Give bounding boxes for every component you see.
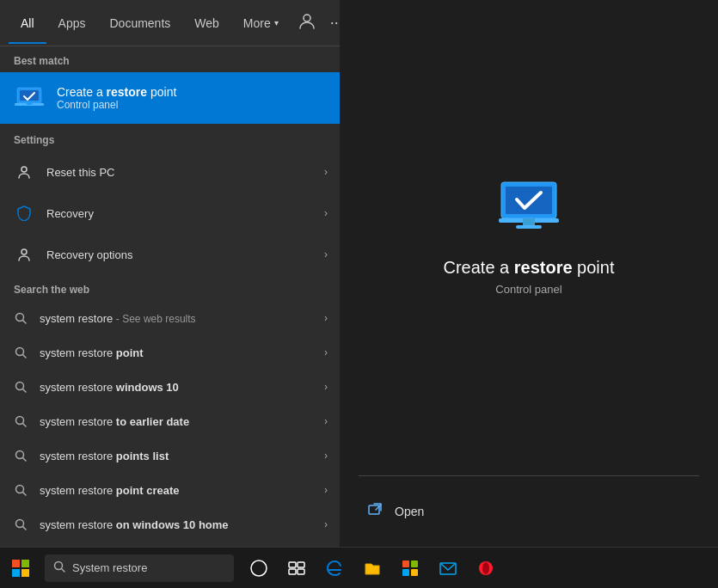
mail-icon[interactable]	[430, 550, 466, 586]
chevron-right-icon: ›	[324, 166, 328, 178]
svg-rect-43	[411, 569, 418, 576]
web-item-text-3: system restore to earlier date	[40, 415, 324, 428]
svg-rect-38	[289, 569, 296, 574]
open-action[interactable]: Open	[357, 493, 701, 530]
search-icon	[12, 378, 29, 395]
best-match-text: Create a restore point Control panel	[57, 85, 176, 111]
start-menu: All Apps Documents Web More ▾ ···	[0, 0, 718, 547]
cortana-icon[interactable]	[241, 550, 277, 586]
setting-recovery[interactable]: Recovery ›	[0, 193, 340, 234]
taskbar-search-box[interactable]: System restore	[45, 554, 234, 582]
svg-rect-32	[21, 569, 29, 577]
chevron-right-icon: ›	[324, 207, 328, 219]
svg-line-11	[23, 389, 27, 393]
svg-line-7	[23, 321, 27, 324]
svg-point-35	[251, 560, 267, 576]
app-icon-large	[494, 172, 563, 241]
svg-rect-27	[369, 505, 379, 514]
chevron-right-icon: ›	[324, 381, 328, 393]
search-icon	[12, 447, 29, 464]
results-list: Best match Create a restore point C	[0, 46, 340, 547]
shield-icon	[12, 201, 36, 225]
web-item-6[interactable]: system restore on windows 10 home ›	[0, 507, 340, 542]
tabs-bar: All Apps Documents Web More ▾ ···	[0, 0, 340, 46]
taskbar-icons	[241, 550, 504, 586]
svg-rect-36	[289, 562, 296, 567]
search-web-label: Search the web	[0, 275, 340, 301]
right-actions: Open	[340, 485, 718, 547]
task-view-icon[interactable]	[279, 550, 315, 586]
right-panel: Create a restore point Control panel Ope…	[340, 0, 718, 547]
chevron-right-icon: ›	[324, 248, 328, 260]
right-panel-subtitle: Control panel	[495, 283, 562, 296]
tab-documents[interactable]: Documents	[97, 3, 182, 44]
web-item-0[interactable]: system restore - See web results ›	[0, 301, 340, 335]
web-item-3[interactable]: system restore to earlier date ›	[0, 404, 340, 438]
web-item-text-2: system restore windows 10	[40, 381, 324, 394]
svg-rect-37	[298, 562, 304, 567]
web-item-4[interactable]: system restore points list ›	[0, 438, 340, 473]
chevron-right-icon: ›	[324, 346, 328, 358]
chevron-right-icon: ›	[324, 415, 328, 427]
tab-apps[interactable]: Apps	[46, 3, 98, 44]
file-explorer-icon[interactable]	[354, 550, 390, 586]
setting-recovery-options[interactable]: Recovery options ›	[0, 234, 340, 275]
best-match-item[interactable]: Create a restore point Control panel	[0, 72, 340, 124]
web-item-text-5: system restore point create	[40, 484, 324, 497]
recovery-text: Recovery	[46, 207, 324, 220]
svg-rect-30	[21, 560, 29, 567]
reset-pc-text: Reset this PC	[46, 166, 324, 179]
chevron-right-icon: ›	[324, 312, 328, 324]
start-button[interactable]	[0, 548, 41, 589]
svg-point-4	[21, 167, 27, 172]
svg-point-46	[482, 562, 489, 574]
left-panel: All Apps Documents Web More ▾ ···	[0, 0, 340, 547]
opera-icon[interactable]	[468, 550, 504, 586]
store-icon[interactable]	[392, 550, 428, 586]
svg-point-5	[21, 249, 27, 254]
svg-line-19	[23, 527, 27, 530]
best-match-label: Best match	[0, 46, 340, 72]
svg-rect-25	[523, 218, 535, 225]
edge-icon[interactable]	[316, 550, 353, 586]
chevron-right-icon: ›	[324, 450, 328, 462]
search-icon	[12, 516, 29, 533]
web-item-text-1: system restore point	[40, 346, 324, 359]
web-item-2[interactable]: system restore windows 10 ›	[0, 370, 340, 404]
search-icon	[12, 344, 29, 361]
divider	[359, 475, 699, 476]
tab-all[interactable]: All	[9, 3, 46, 44]
avatar-icon[interactable]	[291, 11, 323, 34]
tab-web[interactable]: Web	[182, 3, 231, 44]
svg-line-34	[62, 569, 65, 573]
taskbar-search-icon	[53, 560, 65, 575]
chevron-down-icon: ▾	[274, 18, 279, 28]
chevron-right-icon: ›	[324, 518, 328, 530]
settings-label: Settings	[0, 126, 340, 151]
svg-line-13	[23, 424, 27, 427]
recovery-options-text: Recovery options	[46, 248, 324, 261]
svg-rect-40	[402, 560, 409, 567]
taskbar-search-text: System restore	[72, 561, 147, 574]
web-item-text-0: system restore - See web results	[40, 312, 324, 325]
search-icon	[12, 481, 29, 499]
tab-more[interactable]: More ▾	[231, 3, 291, 44]
search-icon	[12, 309, 29, 327]
web-item-text-6: system restore on windows 10 home	[40, 518, 324, 531]
right-top: Create a restore point Control panel	[340, 0, 718, 467]
open-label: Open	[395, 505, 424, 518]
right-panel-title: Create a restore point	[443, 258, 614, 278]
svg-rect-41	[411, 560, 418, 567]
svg-line-9	[23, 355, 27, 358]
setting-reset-pc[interactable]: Reset this PC ›	[0, 151, 340, 193]
svg-line-15	[23, 458, 27, 462]
web-item-1[interactable]: system restore point ›	[0, 335, 340, 370]
search-icon	[12, 413, 29, 430]
svg-line-17	[23, 493, 27, 496]
web-item-5[interactable]: system restore point create ›	[0, 473, 340, 507]
svg-rect-26	[516, 225, 542, 229]
person-icon-2	[12, 242, 36, 266]
taskbar: System restore	[0, 547, 718, 588]
person-icon	[12, 160, 36, 184]
svg-point-0	[304, 15, 310, 21]
